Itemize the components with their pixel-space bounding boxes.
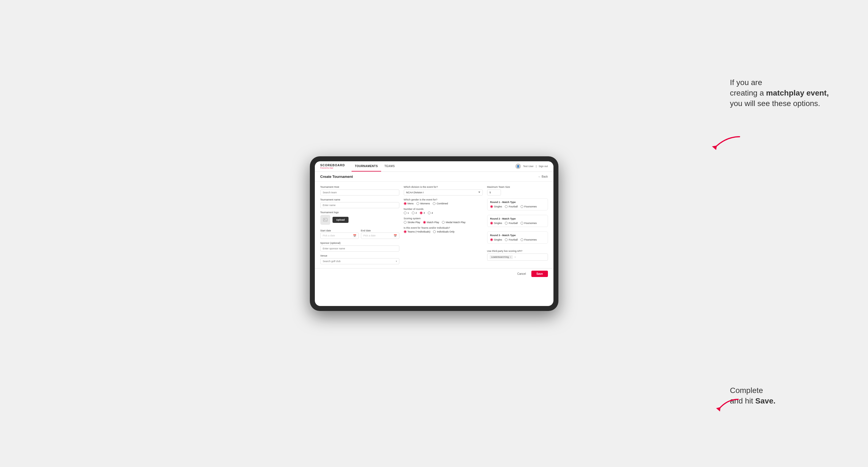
annotation-save: Complete and hit Save. (730, 385, 846, 406)
rounds-1-radio[interactable] (404, 212, 406, 214)
gender-mens-radio[interactable] (404, 202, 406, 205)
event-type-teams[interactable]: Teams (+Individuals) (404, 230, 431, 233)
rounds-4-radio[interactable] (428, 212, 431, 214)
gender-womens[interactable]: Womens (416, 202, 430, 205)
start-date-input[interactable]: Pick a date 📅 (320, 232, 359, 239)
max-team-size-group: Maximum Team Size (487, 186, 548, 195)
round2-singles[interactable]: Singles (490, 222, 502, 224)
round1-match-type: Round 1 - Match Type Singles Fourball (487, 198, 548, 211)
save-button[interactable]: Save (531, 271, 548, 277)
round2-fourball[interactable]: Fourball (505, 222, 518, 224)
rounds-1[interactable]: 1 (404, 212, 409, 214)
round3-singles-radio[interactable] (490, 238, 493, 241)
rounds-4[interactable]: 4 (428, 212, 433, 214)
round2-fourball-radio[interactable] (505, 222, 507, 224)
page-title: Create Tournament (320, 175, 353, 179)
venue-label: Venue (320, 254, 399, 257)
gender-group: Which gender is the event for? Mens Wome… (404, 198, 483, 205)
round1-title: Round 1 - Match Type (490, 201, 545, 204)
round1-fourball-radio[interactable] (505, 205, 507, 208)
gender-combined-label: Combined (437, 202, 448, 205)
scoring-stroke[interactable]: Stroke Play (404, 221, 420, 224)
event-type-individuals[interactable]: Individuals Only (433, 230, 455, 233)
tournament-name-label: Tournament name (320, 198, 399, 201)
rounds-2[interactable]: 2 (412, 212, 417, 214)
gender-womens-label: Womens (420, 202, 430, 205)
form-col-right: Maximum Team Size Round 1 - Match Type S… (487, 186, 548, 264)
round3-foursomes-radio[interactable] (521, 238, 523, 241)
round1-singles[interactable]: Singles (490, 205, 502, 208)
scoring-match[interactable]: Match Play (423, 221, 439, 224)
form-col-middle: Which division is the event for? NCAA Di… (404, 186, 483, 264)
round1-fourball[interactable]: Fourball (505, 205, 518, 208)
round2-foursomes-radio[interactable] (521, 222, 523, 224)
gender-combined[interactable]: Combined (433, 202, 448, 205)
venue-select-wrap (320, 258, 399, 264)
logo-upload-area: Upload (320, 215, 399, 225)
third-party-input[interactable]: Leaderboard King × ▾ (487, 253, 548, 261)
cancel-button[interactable]: Cancel (514, 271, 529, 277)
form-body: Tournament Host Tournament name Tourname… (315, 182, 553, 268)
round3-fourball[interactable]: Fourball (505, 238, 518, 241)
gender-womens-radio[interactable] (416, 202, 419, 205)
event-type-individuals-radio[interactable] (433, 230, 436, 233)
rounds-3[interactable]: 3 (420, 212, 425, 214)
end-date-input[interactable]: Pick a date 📅 (361, 232, 399, 239)
username: Test User (523, 165, 533, 168)
round2-radio-group: Singles Fourball Foursomes (490, 222, 545, 224)
scoring-label: Scoring system (404, 217, 483, 220)
start-date-label: Start date (320, 229, 331, 232)
scoring-medal-radio[interactable] (442, 221, 445, 224)
rounds-group: Number of rounds 1 2 3 (404, 208, 483, 214)
date-row: Start date Pick a date 📅 End date Pick a… (320, 227, 399, 239)
tournament-name-input[interactable] (320, 202, 399, 208)
tab-tournaments[interactable]: TOURNAMENTS (351, 161, 381, 172)
venue-input[interactable] (320, 258, 399, 264)
scoring-medal[interactable]: Medal Match Play (442, 221, 466, 224)
division-select[interactable]: NCAA Division I NCAA Division II NCAA Di… (404, 189, 483, 195)
tab-teams[interactable]: TEAMS (381, 161, 398, 172)
sign-out-button[interactable]: Sign out (538, 165, 548, 168)
sponsor-input[interactable] (320, 246, 399, 252)
gender-combined-radio[interactable] (433, 202, 436, 205)
max-team-size-input[interactable] (487, 189, 501, 195)
scoring-stroke-radio[interactable] (404, 221, 406, 224)
scoring-radio-group: Stroke Play Match Play Medal Match Play (404, 221, 483, 224)
round3-match-type: Round 3 - Match Type Singles Fourball (487, 231, 548, 244)
tablet-frame: SCOREBOARD Powered by clippi TOURNAMENTS… (310, 156, 558, 311)
round3-foursomes[interactable]: Foursomes (521, 238, 537, 241)
end-date-label: End date (361, 229, 371, 232)
tournament-logo-group: Tournament logo Upload (320, 211, 399, 225)
tournament-host-input[interactable] (320, 189, 399, 195)
gender-mens-label: Mens (408, 202, 414, 205)
round1-singles-radio[interactable] (490, 205, 493, 208)
round3-fourball-radio[interactable] (505, 238, 507, 241)
round3-singles[interactable]: Singles (490, 238, 502, 241)
gender-mens[interactable]: Mens (404, 202, 414, 205)
calendar-icon-end: 📅 (394, 234, 397, 237)
gender-label: Which gender is the event for? (404, 198, 483, 201)
third-party-section: Use third-party live scoring API? Leader… (487, 250, 548, 261)
svg-point-1 (324, 219, 325, 220)
round2-singles-radio[interactable] (490, 222, 493, 224)
form-footer: Cancel Save (315, 268, 553, 279)
tag-input-caret: ▾ (515, 256, 516, 258)
start-date-group: Start date Pick a date 📅 (320, 227, 359, 239)
sponsor-label: Sponsor (optional) (320, 242, 399, 244)
round3-title: Round 3 - Match Type (490, 234, 545, 237)
back-button[interactable]: ← Back (538, 175, 548, 178)
form-col-left: Tournament Host Tournament name Tourname… (320, 186, 399, 264)
event-type-teams-radio[interactable] (404, 230, 406, 233)
sponsor-group: Sponsor (optional) (320, 242, 399, 252)
round1-foursomes[interactable]: Foursomes (521, 205, 537, 208)
annotation-matchplay: If you are creating a matchplay event, y… (730, 77, 846, 108)
round1-radio-group: Singles Fourball Foursomes (490, 205, 545, 208)
rounds-2-radio[interactable] (412, 212, 414, 214)
scoring-match-radio[interactable] (423, 221, 426, 224)
round1-foursomes-radio[interactable] (521, 205, 523, 208)
upload-button[interactable]: Upload (333, 217, 349, 223)
round2-foursomes[interactable]: Foursomes (521, 222, 537, 224)
rounds-3-radio[interactable] (420, 212, 423, 214)
tag-close-icon[interactable]: × (510, 256, 511, 258)
logo-placeholder (320, 215, 330, 225)
